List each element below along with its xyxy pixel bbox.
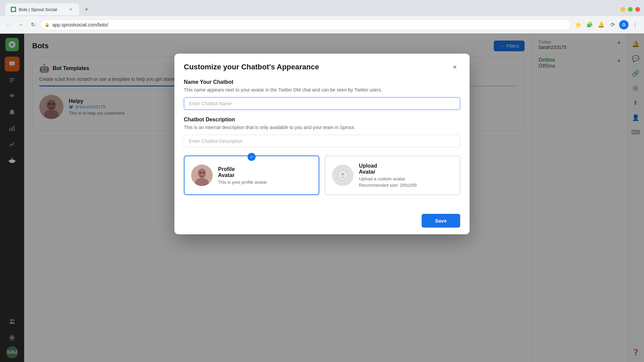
- modal-overlay[interactable]: Customize your Chatbot's Appearance × Na…: [0, 34, 644, 362]
- upload-avatar-size: Recommended size: 200x200: [359, 183, 417, 188]
- profile-avatar-text: ProfileAvatar This is your profile avata…: [218, 166, 268, 185]
- desc-section-desc: This is an internal description that is …: [184, 125, 460, 130]
- upload-avatar-placeholder: [332, 165, 354, 186]
- customize-modal: Customize your Chatbot's Appearance × Na…: [174, 54, 470, 234]
- profile-avatar-option[interactable]: ✓ ProfileAvatar This is you: [184, 156, 319, 195]
- bookmark-button[interactable]: ⭐: [574, 20, 583, 29]
- description-section: Chatbot Description This is an internal …: [184, 117, 460, 147]
- menu-button[interactable]: ⋮: [631, 20, 640, 29]
- svg-point-19: [200, 172, 201, 174]
- profile-avatar-image: [191, 165, 213, 186]
- back-button[interactable]: ←: [4, 20, 13, 29]
- window-maximize[interactable]: □: [628, 7, 633, 12]
- profile-sync-icon[interactable]: ⟳: [608, 20, 617, 29]
- name-section: Name Your Chatbot This name appears next…: [184, 79, 460, 110]
- svg-rect-22: [341, 177, 345, 178]
- window-close[interactable]: ×: [635, 7, 640, 12]
- svg-point-20: [203, 172, 205, 174]
- tab-close-button[interactable]: ×: [68, 6, 74, 12]
- modal-footer: Save: [174, 207, 470, 234]
- chatbot-description-input[interactable]: [184, 135, 460, 147]
- upload-avatar-option[interactable]: UploadAvatar Upload a custom avatar. Rec…: [325, 156, 460, 195]
- modal-title: Customize your Chatbot's Appearance: [184, 63, 319, 71]
- tab-title: Bots | Sprout Social: [19, 7, 65, 12]
- avatar-section: ✓ ProfileAvatar This is you: [184, 156, 460, 195]
- new-tab-button[interactable]: +: [82, 5, 91, 14]
- upload-avatar-text: UploadAvatar Upload a custom avatar. Rec…: [359, 163, 417, 188]
- extensions-button[interactable]: 🧩: [585, 20, 594, 29]
- desc-section-title: Chatbot Description: [184, 117, 460, 123]
- address-bar[interactable]: 🔒 app.sproutsocial.com/bots/: [40, 19, 571, 30]
- profile-avatar-desc: This is your profile avatar.: [218, 180, 268, 185]
- save-button[interactable]: Save: [422, 214, 460, 228]
- active-tab[interactable]: Bots | Sprout Social ×: [5, 3, 79, 15]
- modal-body: Name Your Chatbot This name appears next…: [174, 79, 470, 204]
- upload-avatar-desc: Upload a custom avatar.: [359, 176, 417, 181]
- profile-avatar-selected-badge: ✓: [248, 153, 256, 161]
- name-section-title: Name Your Chatbot: [184, 79, 460, 85]
- profile-button[interactable]: G: [619, 20, 629, 29]
- lock-icon: 🔒: [45, 22, 50, 27]
- chatbot-name-input[interactable]: [184, 97, 460, 110]
- profile-avatar-label: ProfileAvatar: [218, 166, 268, 178]
- upload-avatar-label: UploadAvatar: [359, 163, 417, 175]
- url-display: app.sproutsocial.com/bots/: [52, 22, 108, 27]
- forward-button[interactable]: →: [16, 20, 25, 29]
- tab-favicon: [11, 7, 16, 12]
- reload-button[interactable]: ↻: [28, 20, 38, 29]
- modal-close-button[interactable]: ×: [449, 62, 460, 72]
- notification-icon[interactable]: 🔔: [596, 20, 606, 29]
- modal-header: Customize your Chatbot's Appearance ×: [174, 54, 470, 79]
- name-section-desc: This name appears next to your avatar in…: [184, 87, 460, 93]
- window-minimize[interactable]: —: [621, 7, 625, 12]
